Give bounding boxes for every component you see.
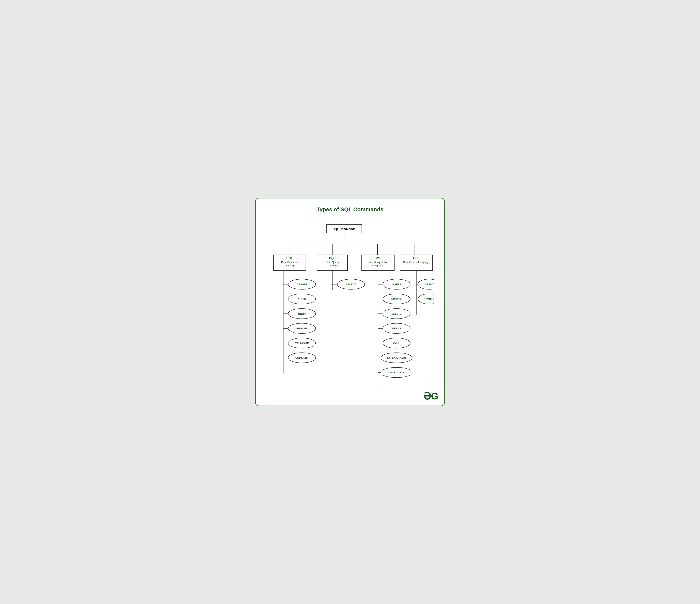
- comment-label: COMMENT: [295, 357, 308, 359]
- call-label: CALL: [393, 342, 400, 345]
- dcl-label: DCL: [413, 256, 420, 260]
- ddl-desc-2: Language: [284, 264, 295, 267]
- dql-label: DQL: [329, 256, 336, 260]
- drop-label: DROP: [298, 312, 306, 315]
- insert-label: INSERT: [392, 283, 401, 286]
- rename-label: RENAME: [296, 327, 307, 330]
- create-label: CREATE: [297, 283, 307, 286]
- alter-label: ALTER: [298, 297, 306, 300]
- select-label: SELECT: [346, 283, 356, 286]
- main-card: Types of SQL Commands SQL Commands DDL D…: [255, 198, 445, 406]
- update-label: UPDATE: [391, 297, 402, 300]
- ddl-desc-1: Data Definition: [281, 261, 298, 264]
- grant-label: GRANT: [425, 283, 433, 286]
- lock-table-label: LOCK TABLE: [388, 371, 405, 374]
- merge-label: MERGE: [392, 327, 401, 330]
- explain-plan-label: EXPLAIN PLAN: [387, 357, 406, 359]
- dql-desc-1: Data Query: [326, 261, 339, 264]
- dcl-desc-1: Data Control Language: [403, 261, 429, 264]
- page-title: Types of SQL Commands: [266, 206, 434, 213]
- dql-desc-2: Language: [327, 264, 338, 267]
- truncate-label: TRUNCATE: [295, 342, 309, 345]
- logo: ƏG: [424, 391, 438, 402]
- root-label: SQL Commands: [333, 227, 355, 230]
- dml-desc-1: Data Manipulation: [368, 261, 388, 264]
- dml-label: DML: [375, 256, 381, 260]
- diagram: SQL Commands DDL Data Definition Languag…: [266, 218, 434, 395]
- ddl-label: DDL: [286, 256, 293, 260]
- revoke-label: REVOKE: [424, 297, 434, 300]
- dml-desc-2: Language: [372, 264, 383, 267]
- delete-label: DELETE: [392, 312, 402, 315]
